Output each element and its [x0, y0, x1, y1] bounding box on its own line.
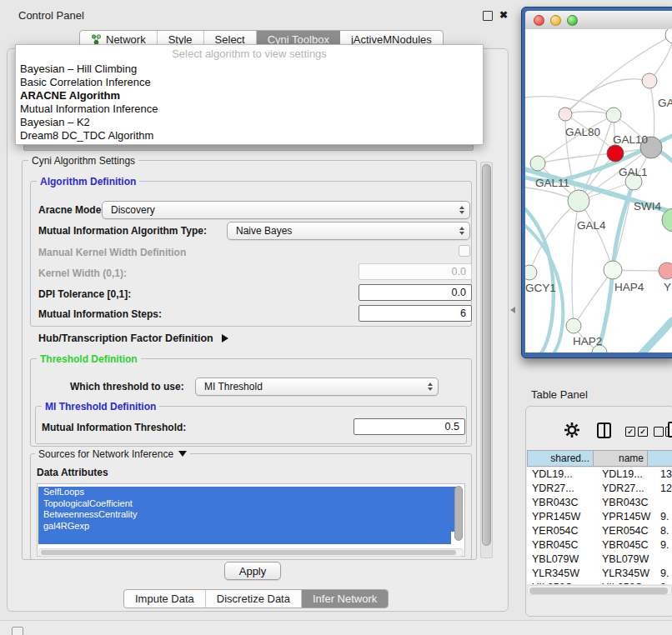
stepper-icon	[459, 202, 464, 218]
unchecked-box-icon[interactable]	[654, 427, 664, 437]
table-cell: YDL19...	[595, 468, 655, 482]
node-label: SWI4	[634, 200, 661, 212]
attributes-hscrollbar[interactable]	[38, 548, 464, 557]
sources-title-label: Sources for Network Inference	[38, 448, 173, 460]
hscrollbar-thumb[interactable]	[41, 550, 456, 555]
network-node[interactable]	[604, 261, 622, 279]
manual-kernel-checkbox[interactable]	[459, 245, 470, 257]
bottom-tabbar: Impute Data Discretize Data Infer Networ…	[123, 589, 389, 608]
mi-type-select[interactable]: Naive Bayes	[227, 222, 470, 240]
network-node[interactable]	[642, 73, 657, 88]
table-row[interactable]: YBL079WYBL079W	[527, 552, 672, 567]
data-attribute-item[interactable]: gal4RGexp	[38, 521, 456, 532]
table-cell: YER054C	[595, 524, 655, 538]
table-row[interactable]: YBR043CYBR043C	[527, 496, 672, 510]
table-row[interactable]: YER054CYER054C8.	[527, 524, 672, 538]
algorithm-option[interactable]: Dream8 DC_TDC Algorithm	[16, 129, 483, 142]
network-node[interactable]	[665, 29, 672, 43]
attributes-vscrollbar[interactable]	[454, 486, 463, 541]
table-cell: 13	[655, 468, 672, 482]
table-row[interactable]: YBR045CYBR045C9.	[527, 538, 672, 552]
table-row[interactable]: YIL052CYIL052C9	[527, 581, 672, 584]
algorithm-dropdown: Select algorithm to view settings Bayesi…	[15, 44, 484, 145]
network-node[interactable]	[566, 318, 581, 333]
node-label: GAL80	[565, 126, 600, 138]
table-cell: 8.	[655, 524, 672, 538]
table-panel-title: Table Panel	[531, 388, 588, 401]
network-node[interactable]	[607, 145, 624, 162]
column-header-shared-name[interactable]: shared...	[527, 450, 594, 467]
mi-threshold-field[interactable]: 0.5	[354, 418, 465, 435]
aracne-mode-select[interactable]: Discovery	[102, 201, 470, 219]
stepper-icon	[428, 378, 433, 395]
data-attribute-item[interactable]: SelfLoops	[38, 487, 456, 498]
mi-steps-label: Mutual Information Steps:	[38, 308, 162, 320]
mi-steps-field[interactable]: 6	[359, 305, 472, 322]
manual-kernel-label: Manual Kernel Width Definition	[38, 247, 186, 258]
table-hscrollbar[interactable]	[527, 585, 672, 595]
page-icon[interactable]	[668, 422, 672, 438]
float-panel-icon[interactable]	[483, 11, 493, 21]
kernel-width-label: Kernel Width (0,1):	[38, 268, 127, 279]
table-row[interactable]: YDL19...YDL19...13	[527, 468, 672, 482]
network-node[interactable]	[525, 265, 537, 280]
node-label: Y	[664, 281, 671, 293]
table-cell: YBR045C	[527, 538, 595, 552]
window-minimize-icon[interactable]	[550, 15, 561, 26]
aracne-mode-value: Discovery	[111, 204, 155, 216]
table-cell: YLR345W	[595, 567, 655, 581]
app-root: Control Panel ✖ Network Style Select Cyn…	[0, 0, 672, 635]
node-label: GCY1	[525, 282, 556, 294]
dpi-tolerance-field[interactable]: 0.0	[359, 284, 472, 301]
network-node[interactable]	[559, 108, 572, 121]
splitter-collapse-icon[interactable]	[510, 307, 515, 313]
algorithm-option[interactable]: Basic Correlation Inference	[16, 76, 483, 89]
window-zoom-icon[interactable]	[567, 15, 578, 26]
collapse-down-icon	[178, 451, 187, 457]
algorithm-option[interactable]: Mutual Information Inference	[16, 102, 483, 116]
collapsed-panel-grabber[interactable]	[12, 627, 23, 635]
network-node[interactable]	[659, 262, 672, 279]
algorithm-option[interactable]: ARACNE Algorithm	[16, 89, 483, 102]
table-row[interactable]: YDR27...YDR27...12	[527, 482, 672, 496]
data-attributes-list[interactable]: SelfLoopsTopologicalCoefficientBetweenne…	[37, 483, 465, 557]
table-cell: YIL052C	[527, 581, 595, 584]
mi-threshold-label: Mutual Information Threshold:	[42, 422, 186, 433]
data-attribute-item[interactable]: TopologicalCoefficient	[38, 498, 456, 510]
tab-infer-network[interactable]: Infer Network	[302, 590, 388, 608]
network-canvas[interactable]: GALGAL80GAL10GAL1GAL11SWI4GAL4GCY1HAP4YH…	[525, 29, 672, 352]
sources-group-title[interactable]: Sources for Network Inference	[35, 448, 190, 460]
which-threshold-select[interactable]: MI Threshold	[195, 378, 439, 396]
network-node[interactable]	[568, 190, 589, 212]
tab-discretize-data[interactable]: Discretize Data	[206, 590, 302, 608]
settings-scrollbar-thumb[interactable]	[482, 164, 491, 546]
table-cell: YPR145W	[595, 510, 655, 524]
table-hscrollbar-thumb[interactable]	[529, 588, 668, 594]
close-panel-icon[interactable]: ✖	[499, 9, 508, 21]
network-node[interactable]	[530, 156, 545, 171]
cyni-settings-title: Cyni Algorithm Settings	[28, 155, 138, 167]
mi-type-value: Naive Bayes	[236, 225, 292, 237]
algorithm-option[interactable]: Bayesian – Hill Climbing	[16, 62, 483, 76]
table-row[interactable]: YLR345WYLR345W9.	[527, 567, 672, 581]
tab-impute-data[interactable]: Impute Data	[124, 590, 206, 608]
columns-icon[interactable]	[597, 422, 611, 438]
checked-box-icon[interactable]: ✓	[625, 427, 635, 437]
table-row[interactable]: YPR145WYPR145W9.	[527, 510, 672, 524]
algorithm-option[interactable]: Bayesian – K2	[16, 116, 483, 129]
network-window-titlebar[interactable]	[525, 11, 672, 30]
network-node[interactable]	[606, 108, 621, 122]
checked-box-icon[interactable]: ✓	[638, 427, 648, 437]
window-close-icon[interactable]	[534, 15, 544, 26]
node-label: GAL11	[535, 177, 569, 189]
gear-icon[interactable]	[564, 422, 580, 438]
data-attribute-item[interactable]: BetweennessCentrality	[38, 509, 456, 521]
node-label: HAP4	[614, 281, 644, 293]
column-header-name[interactable]: name	[593, 450, 648, 467]
kernel-width-field[interactable]: 0.0	[359, 263, 472, 280]
hub-definition-toggle[interactable]: Hub/Transcription Factor Definition	[38, 332, 228, 344]
bottom-strip	[0, 621, 672, 635]
apply-button[interactable]: Apply	[224, 562, 281, 580]
column-header-partial[interactable]	[647, 450, 672, 467]
aracne-mode-label: Aracne Mode:	[38, 204, 104, 216]
